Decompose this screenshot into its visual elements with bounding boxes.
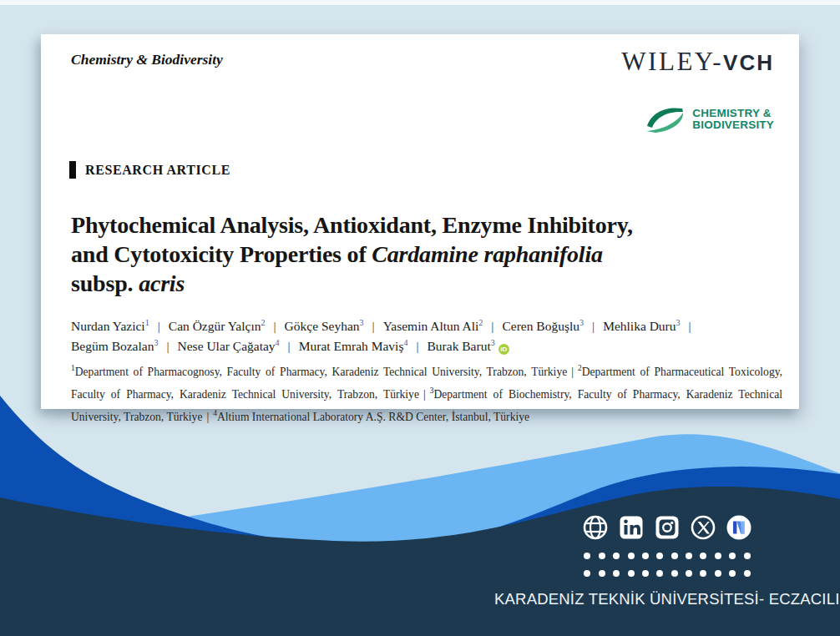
dot: [715, 553, 721, 559]
article-type-bar: [69, 161, 76, 179]
dot: [613, 553, 620, 559]
footer: KARADENİZ TEKNİK ÜNİVERSİTESİ- ECZACILIK…: [494, 513, 840, 608]
author: Burak Barut3iD: [428, 339, 509, 353]
dot: [671, 570, 678, 577]
affiliation-separator: |: [567, 366, 578, 378]
dot: [729, 553, 736, 559]
paper-card: Chemistry & Biodiversity WILEY-VCH CHEMI…: [41, 34, 799, 409]
affiliation-separator: |: [419, 388, 430, 401]
dot-row: [494, 570, 840, 577]
article-type: RESEARCH ARTICLE: [69, 161, 230, 179]
author-separator: |: [681, 319, 700, 333]
author-separator: |: [149, 319, 169, 333]
dot: [744, 553, 751, 559]
dot: [613, 570, 620, 577]
dot: [700, 570, 706, 577]
author-separator: |: [280, 339, 299, 353]
instagram-icon[interactable]: [653, 513, 681, 542]
author-separator: |: [265, 319, 284, 333]
author-separator: |: [584, 319, 603, 333]
author: Nese Ular Çağatay4: [178, 339, 280, 353]
dot: [656, 553, 663, 559]
institution-name: KARADENİZ TEKNİK ÜNİVERSİTESİ- ECZACILIK…: [494, 590, 840, 608]
dot-row: [494, 553, 840, 559]
dot: [642, 553, 649, 559]
dot: [686, 553, 692, 559]
dot: [729, 570, 736, 577]
dot: [642, 570, 649, 577]
dot: [686, 570, 692, 577]
wiley-vch-wordmark: WILEY-VCH: [621, 47, 774, 77]
chemistry-biodiversity-logo: CHEMISTRY & BIODIVERSITY: [645, 103, 774, 134]
dot: [599, 570, 605, 577]
author: Nurdan Yazici1: [71, 319, 149, 333]
author: Begüm Bozalan3: [71, 339, 158, 353]
linkedin-icon[interactable]: [617, 513, 645, 542]
article-type-label: RESEARCH ARTICLE: [85, 163, 230, 178]
author: Can Özgür Yalçın2: [169, 319, 266, 333]
journal-logo-text: CHEMISTRY & BIODIVERSITY: [692, 108, 774, 130]
social-icons-row: [494, 513, 840, 542]
dot: [715, 570, 721, 577]
author: Mehlika Duru3: [603, 319, 680, 333]
dot: [628, 570, 635, 577]
author: Gökçe Seyhan3: [285, 319, 364, 333]
orcid-icon[interactable]: iD: [498, 344, 509, 355]
affiliation: 4Altium International Laboratory A.Ş. R&…: [213, 411, 529, 423]
affiliation: 1Department of Pharmacognosy, Faculty of…: [71, 366, 567, 378]
author-list: Nurdan Yazici1|Can Özgür Yalçın2|Gökçe S…: [71, 315, 791, 355]
subspecies-name-italic: acris: [139, 270, 185, 296]
dot: [584, 553, 590, 559]
dot: [584, 570, 590, 577]
species-name-italic: Cardamine raphanifolia: [372, 241, 602, 267]
n-app-logo-icon[interactable]: [725, 513, 753, 542]
dot: [744, 570, 751, 577]
dot: [599, 553, 605, 559]
author: Ceren Boğuşlu3: [502, 319, 584, 333]
website-globe-icon[interactable]: [581, 513, 610, 542]
dot: [671, 553, 678, 559]
article-title: Phytochemical Analysis, Antioxidant, Enz…: [71, 210, 791, 298]
affiliations: 1Department of Pharmacognosy, Faculty of…: [71, 359, 782, 427]
journal-name: Chemistry & Biodiversity: [71, 51, 223, 68]
author: Murat Emrah Maviş4: [299, 339, 408, 353]
author-separator: |: [364, 319, 383, 333]
author-separator: |: [483, 319, 502, 333]
affiliation-separator: |: [202, 411, 213, 423]
dot: [700, 553, 706, 559]
journal-swoosh-icon: [645, 103, 685, 134]
dot-grid: [494, 553, 840, 577]
x-twitter-icon[interactable]: [689, 513, 717, 542]
dot: [628, 553, 635, 559]
author-separator: |: [407, 339, 427, 353]
dot: [656, 570, 663, 577]
author: Yasemin Altun Ali2: [383, 319, 483, 333]
author-separator: |: [158, 339, 177, 353]
